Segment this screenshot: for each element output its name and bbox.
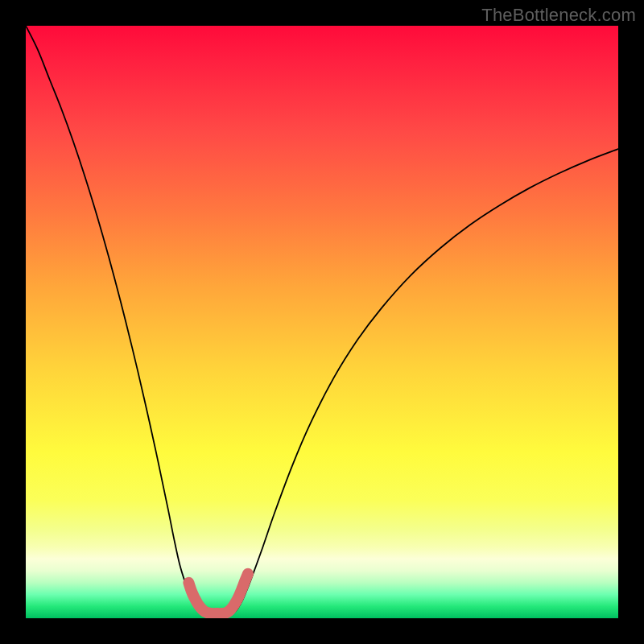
plot-gradient-background <box>26 26 618 618</box>
watermark-label: TheBottleneck.com <box>481 5 636 26</box>
chart-frame: TheBottleneck.com <box>0 0 644 644</box>
